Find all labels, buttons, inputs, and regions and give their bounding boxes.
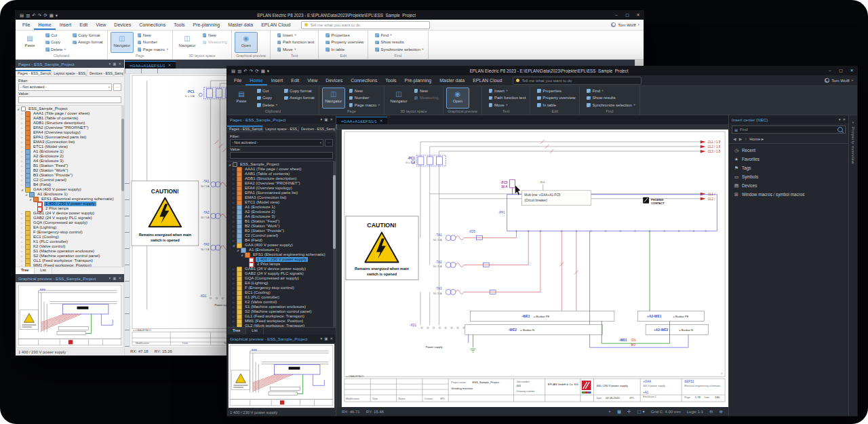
insert-center-search[interactable]: ⊞ Find — [732, 126, 846, 134]
ribbon-button[interactable]: Synchronize selection ▾ — [374, 46, 425, 53]
ribbon-tab[interactable]: Tools — [170, 20, 189, 30]
qat-button[interactable]: ▥ — [26, 13, 30, 18]
tree-item[interactable]: ▷ EA (Lighting) — [16, 225, 124, 230]
panel-pin-icon[interactable]: ▣ — [113, 62, 116, 66]
panel-close-icon[interactable]: ✕ — [842, 117, 846, 121]
qat-button[interactable]: ↷ — [38, 13, 41, 18]
tree-item[interactable]: ▷ GQA (Compressed air supply) — [227, 276, 336, 281]
qat-button[interactable]: ▾ — [267, 69, 269, 74]
tree-item[interactable]: ▷ B2 (Station "Work") — [227, 224, 336, 229]
qat-button[interactable]: ⟳ — [43, 13, 47, 18]
tree-item[interactable]: ▷ GQA (Compressed air supply) — [16, 220, 124, 225]
tree-item[interactable]: ▷ EA (Lighting) — [227, 281, 336, 286]
tree-item[interactable]: ▷ A2 (Enclosure 2) — [227, 210, 336, 214]
ribbon-tab[interactable]: Connections — [347, 75, 381, 85]
nav-back-icon[interactable]: ◀ — [733, 136, 736, 141]
tree-list-tab[interactable]: List — [35, 267, 52, 274]
zoom-out-icon[interactable]: ⊖ — [709, 409, 713, 415]
panel-close-icon[interactable]: ✕ — [118, 276, 121, 280]
ribbon-tab[interactable]: Edit — [287, 75, 303, 85]
tree-list-tab[interactable]: List — [246, 328, 264, 334]
tree-list-tab[interactable]: Tree — [16, 267, 35, 274]
ribbon-button[interactable]: Property overview — [324, 39, 365, 46]
ribbon-button[interactable]: Find ▾ — [585, 88, 636, 94]
snap-icon[interactable]: ⌖ — [608, 409, 611, 415]
tree-item[interactable]: ◢ GAA (400 V power supply) — [16, 187, 124, 192]
tree-item[interactable]: ▷ EC1 (Cooling) — [227, 290, 336, 295]
ribbon-button[interactable]: Copy format — [283, 88, 316, 94]
ribbon-button[interactable]: Insert ▾ — [276, 32, 315, 39]
tree-item[interactable]: ▷ AAA1 (Title page / cover sheet) — [227, 167, 336, 172]
ribbon-button[interactable]: Delete ▾ — [44, 46, 67, 53]
dock-tab[interactable]: Devices - ESS_Sample_... — [299, 126, 336, 132]
tree-item[interactable]: ▷ K2 (Valve control) — [16, 244, 124, 249]
ribbon-tab[interactable]: Pre-planning — [189, 20, 224, 30]
tree-item[interactable]: ▷ K2 (Valve control) — [227, 300, 336, 305]
panel-pin-icon[interactable]: ▣ — [324, 336, 328, 341]
tree-item[interactable]: ▷ EPA1 (Summarized parts list) — [16, 135, 124, 140]
grid-size-icon[interactable]: ▢ ▾ — [637, 409, 645, 415]
panel-menu-icon[interactable]: ▾ — [108, 62, 111, 66]
user-avatar[interactable] — [825, 78, 829, 83]
qat-button[interactable]: ↷ — [250, 69, 253, 74]
ribbon-button[interactable]: Properties — [324, 32, 365, 39]
tree-item[interactable]: ▷ MM1 (Feed workpiece: Position) — [16, 263, 124, 267]
ribbon-button[interactable]: In table — [536, 102, 576, 109]
ribbon-tab[interactable]: File — [18, 20, 34, 30]
property-overview-side-tab[interactable]: Property overview — [851, 127, 855, 164]
ribbon-button[interactable]: Property overview — [536, 95, 576, 102]
ribbon-button[interactable]: Copy — [44, 39, 67, 46]
tree-item[interactable]: ▷ A1 (Enclosure 1) — [227, 205, 336, 210]
tree-item[interactable]: ▷ GL2 (Work workpiece: Transport) — [227, 324, 336, 327]
ribbon-tab[interactable]: File — [230, 75, 245, 85]
ribbon-button[interactable]: Number — [348, 95, 381, 102]
ribbon-button[interactable]: Cut — [44, 32, 67, 39]
ribbon-button[interactable]: Find ▾ — [374, 32, 425, 39]
panel-menu-icon[interactable]: ▾ — [320, 336, 322, 341]
insert-center-item[interactable]: ★ Favorites — [729, 155, 848, 163]
qat-button[interactable]: ⟳ — [255, 69, 258, 74]
graphical-preview[interactable]: ≡≡≡ — [16, 283, 123, 348]
tree-item[interactable]: ▷ A1 (Enclosure 1) — [16, 149, 124, 154]
ribbon-button[interactable]: Copy — [256, 95, 279, 102]
page-tab[interactable]: =GAA+A1&EFS1/1✕ — [125, 61, 176, 69]
ribbon-button[interactable]: In table — [324, 46, 365, 53]
ribbon-button[interactable]: Cut — [256, 88, 279, 94]
ribbon-big-button[interactable]: Open — [235, 32, 258, 53]
graphical-preview[interactable]: ≡≡≡ — [228, 343, 335, 408]
ribbon-tab[interactable]: Home — [34, 20, 55, 30]
tree-item[interactable]: ▷ GAB1 (24 V device power supply) — [16, 211, 124, 216]
crosshair-icon[interactable]: ✛ — [627, 409, 631, 415]
tree-item[interactable]: ▷ A4 (Enclosure 3) — [16, 159, 124, 163]
ribbon-big-button[interactable]: Open — [446, 88, 469, 109]
tree-item[interactable]: ▷ AAB1 (Table of contents) — [16, 116, 124, 121]
ribbon-button[interactable]: Properties — [536, 88, 576, 94]
ribbon-button[interactable]: Path function text — [276, 39, 315, 46]
user-menu-icon[interactable]: ▾ — [852, 79, 853, 82]
tree-item[interactable]: ▷ EFA2 (Overview "PROFINET") — [16, 126, 124, 130]
tree-item[interactable]: ▷ S2 (Machine operation control panel) — [227, 309, 336, 314]
selected-circuit-breaker-fc5[interactable]: -FC5 16 A — [500, 180, 515, 195]
ribbon-button[interactable]: Show results — [374, 39, 425, 46]
zoom-in-icon[interactable]: ⊕ — [719, 409, 723, 415]
ribbon-button[interactable]: Synchronize selection ▾ — [585, 102, 636, 109]
ribbon-button[interactable]: New — [348, 88, 381, 94]
ribbon-big-button[interactable]: Navigator — [322, 88, 345, 109]
tree-item[interactable]: ▷ B1 (Station "Feed") — [16, 163, 124, 168]
tree-item[interactable]: ▷ AAA1 (Title page / cover sheet) — [16, 111, 124, 116]
ribbon-tab[interactable]: Master data — [224, 20, 257, 30]
ribbon-button[interactable]: Copy format — [71, 32, 104, 39]
command-search[interactable]: Tell me what you want to do — [301, 21, 430, 29]
strip-menu-icon[interactable]: ▾ — [852, 121, 854, 124]
tree-item[interactable]: ▷ EPA1 (Summarized parts list) — [227, 191, 336, 195]
tree-item[interactable]: ◢ ESS_Sample_Project — [227, 162, 336, 167]
tree-item[interactable]: 1 400 / 230 V power supply — [16, 201, 124, 206]
close-button[interactable]: ✕ — [633, 11, 644, 20]
ribbon-tab[interactable]: Insert — [56, 20, 76, 30]
tree-item[interactable]: ▷ B3 (Station "Provide") — [16, 173, 124, 178]
filter-select[interactable]: - Not activated -▾ — [18, 83, 112, 91]
ribbon-button[interactable]: New — [413, 88, 440, 94]
ribbon-tab[interactable]: Pre-planning — [401, 75, 436, 85]
maximize-button[interactable]: ▢ — [622, 11, 633, 20]
tree-item[interactable]: ▷ ADB1 (Structure description) — [227, 176, 336, 181]
